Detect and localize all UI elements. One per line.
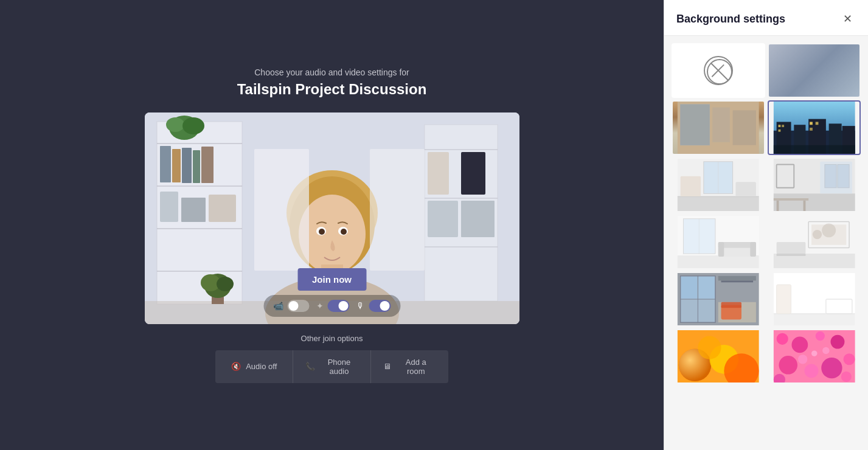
svg-rect-66 xyxy=(681,176,701,196)
mic-toggle-knob xyxy=(380,301,389,311)
bg-blur-content xyxy=(769,44,860,97)
bg-city-content xyxy=(769,102,860,154)
bg-loft-content xyxy=(673,273,764,325)
svg-point-91 xyxy=(812,230,821,239)
svg-point-116 xyxy=(776,333,788,345)
join-options-row: 🔇 Audio off 📞 Phone audio 🖥 Add a room xyxy=(215,350,448,383)
bg-option-white1[interactable] xyxy=(672,215,765,269)
svg-rect-34 xyxy=(254,149,309,271)
bg-option-none[interactable] xyxy=(672,43,765,98)
bg-option-modern2[interactable] xyxy=(768,158,861,212)
svg-point-120 xyxy=(843,353,855,365)
svg-rect-14 xyxy=(160,192,178,222)
svg-point-126 xyxy=(841,372,851,382)
svg-rect-18 xyxy=(425,149,498,150)
room-svg xyxy=(145,112,519,324)
bg-option-white3[interactable] xyxy=(768,272,861,327)
main-area: Choose your audio and video settings for… xyxy=(0,0,664,450)
svg-rect-105 xyxy=(773,314,855,325)
svg-rect-62 xyxy=(678,196,759,211)
bg-white1-content xyxy=(673,216,764,268)
svg-point-40 xyxy=(217,277,234,291)
svg-rect-108 xyxy=(776,285,791,314)
blur-toggle[interactable] xyxy=(327,300,349,312)
office-svg xyxy=(673,102,764,154)
svg-rect-76 xyxy=(803,201,805,211)
svg-rect-6 xyxy=(160,146,171,182)
add-room-button[interactable]: 🖥 Add a room xyxy=(371,350,448,383)
svg-rect-75 xyxy=(776,201,779,211)
svg-rect-35 xyxy=(370,149,425,271)
svg-rect-69 xyxy=(773,193,855,211)
svg-rect-59 xyxy=(810,128,813,131)
audio-off-button[interactable]: 🔇 Audio off xyxy=(215,350,293,383)
white1-svg xyxy=(673,216,764,268)
bg-option-loft[interactable] xyxy=(672,272,765,327)
svg-rect-5 xyxy=(157,271,242,272)
svg-rect-45 xyxy=(712,108,730,142)
svg-rect-98 xyxy=(698,277,715,299)
svg-rect-20 xyxy=(425,246,498,248)
bg-modern2-content xyxy=(769,159,860,211)
svg-rect-101 xyxy=(721,302,741,308)
svg-rect-8 xyxy=(182,148,192,183)
svg-rect-46 xyxy=(733,110,756,145)
svg-point-119 xyxy=(830,335,844,349)
svg-rect-74 xyxy=(773,198,808,201)
bg-option-blur[interactable] xyxy=(768,43,861,98)
svg-point-12 xyxy=(166,117,184,132)
svg-point-123 xyxy=(821,358,842,378)
blur-icon: ✦ xyxy=(316,301,324,311)
phone-audio-label: Phone audio xyxy=(320,358,358,376)
bg-option-office[interactable] xyxy=(672,100,765,155)
svg-rect-87 xyxy=(776,242,805,254)
controls-bar: 📹 ✦ 🎙 xyxy=(263,295,400,317)
panel-header: Background settings ✕ xyxy=(664,0,868,36)
video-toggle[interactable] xyxy=(287,300,309,312)
close-panel-button[interactable]: ✕ xyxy=(839,12,856,26)
phone-audio-button[interactable]: 📞 Phone audio xyxy=(293,350,371,383)
bg-option-city[interactable] xyxy=(768,100,861,155)
bg-option-pink[interactable] xyxy=(768,329,861,384)
svg-point-122 xyxy=(804,364,818,378)
white3-svg xyxy=(769,273,860,325)
room-background xyxy=(145,112,519,324)
balls-svg xyxy=(673,330,764,382)
video-icon: 📹 xyxy=(273,301,283,311)
add-room-icon: 🖥 xyxy=(383,362,391,371)
svg-rect-21 xyxy=(461,152,485,195)
meeting-title-area: Choose your audio and video settings for… xyxy=(237,68,427,98)
mic-icon: 🎙 xyxy=(356,301,365,311)
bg-balls-content xyxy=(673,330,764,382)
bg-white2-content xyxy=(769,216,860,268)
background-settings-panel: Background settings ✕ xyxy=(664,0,868,450)
svg-rect-56 xyxy=(778,130,780,132)
video-control: 📹 xyxy=(273,300,309,312)
modern2-svg xyxy=(769,159,860,211)
bg-option-modern1[interactable] xyxy=(672,158,765,212)
svg-point-33 xyxy=(341,229,347,235)
add-room-label: Add a room xyxy=(396,358,436,376)
svg-rect-71 xyxy=(824,165,836,188)
bg-option-white2[interactable] xyxy=(768,215,861,269)
svg-rect-88 xyxy=(776,254,805,256)
svg-rect-55 xyxy=(782,125,784,127)
modern1-svg xyxy=(673,159,764,211)
svg-rect-72 xyxy=(837,165,849,188)
svg-rect-16 xyxy=(209,195,236,222)
pink-svg xyxy=(769,330,860,382)
svg-point-127 xyxy=(811,350,817,356)
video-preview: Join now 📹 ✦ 🎙 xyxy=(145,112,519,324)
phone-audio-icon: 📞 xyxy=(305,362,315,371)
svg-line-42 xyxy=(711,63,728,80)
bg-modern1-content xyxy=(673,159,764,211)
svg-rect-60 xyxy=(773,145,855,154)
svg-rect-78 xyxy=(678,255,759,268)
bg-option-balls[interactable] xyxy=(672,329,765,384)
join-now-button[interactable]: Join now xyxy=(297,268,366,291)
mic-toggle[interactable] xyxy=(369,300,391,312)
svg-point-118 xyxy=(815,331,824,341)
blur-toggle-knob xyxy=(338,301,348,311)
svg-rect-58 xyxy=(815,122,818,125)
svg-rect-44 xyxy=(681,105,710,145)
